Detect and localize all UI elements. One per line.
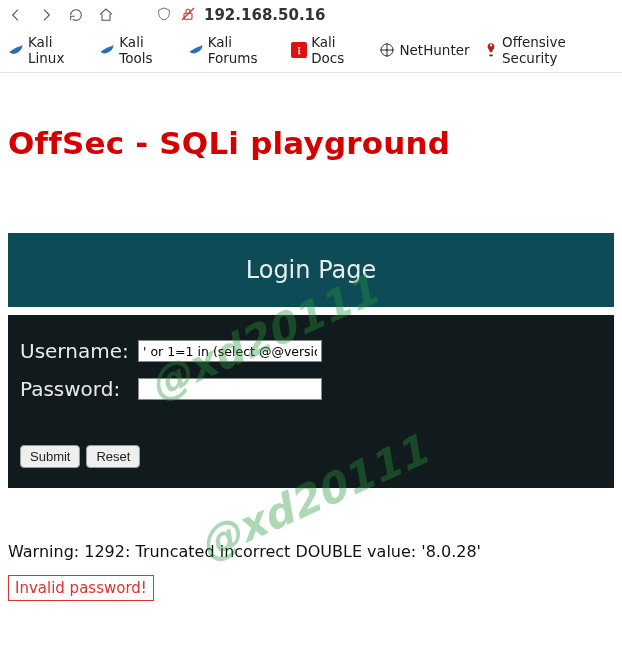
offsec-icon xyxy=(484,42,498,58)
insecure-lock-icon[interactable] xyxy=(180,6,196,25)
login-form: Username: Password: Submit Reset xyxy=(8,315,614,488)
login-header-text: Login Page xyxy=(246,256,376,284)
svg-rect-7 xyxy=(489,55,492,57)
username-row: Username: xyxy=(20,339,602,363)
invalid-password-box: Invalid password! xyxy=(8,575,154,601)
forward-icon[interactable] xyxy=(38,7,54,23)
login-header: Login Page xyxy=(8,233,614,307)
bookmark-kali-forums[interactable]: Kali Forums xyxy=(188,34,277,66)
svg-line-1 xyxy=(182,8,194,20)
sql-warning-text: Warning: 1292: Truncated incorrect DOUBL… xyxy=(8,542,614,561)
bookmark-offensive-security[interactable]: Offensive Security xyxy=(484,34,614,66)
nav-button-group xyxy=(8,7,114,23)
reload-icon[interactable] xyxy=(68,7,84,23)
bookmark-kali-linux[interactable]: Kali Linux xyxy=(8,34,85,66)
url-bar[interactable]: 192.168.50.16 xyxy=(156,6,325,25)
url-text[interactable]: 192.168.50.16 xyxy=(204,6,325,24)
password-row: Password: xyxy=(20,377,602,401)
bookmarks-bar: Kali Linux Kali Tools Kali Forums ⋮ Kali… xyxy=(0,30,622,73)
password-label: Password: xyxy=(20,377,130,401)
kali-dragon-icon xyxy=(188,42,204,58)
kali-dragon-icon xyxy=(99,42,115,58)
username-label: Username: xyxy=(20,339,130,363)
reset-button[interactable]: Reset xyxy=(86,445,140,468)
bookmark-label: Kali Tools xyxy=(119,34,173,66)
bookmark-kali-docs[interactable]: ⋮ Kali Docs xyxy=(291,34,365,66)
nethunter-icon xyxy=(379,42,395,58)
bookmark-label: Kali Forums xyxy=(208,34,277,66)
kali-dragon-icon xyxy=(8,42,24,58)
bookmark-label: Offensive Security xyxy=(502,34,614,66)
bookmark-label: Kali Docs xyxy=(311,34,365,66)
button-row: Submit Reset xyxy=(20,445,602,468)
back-icon[interactable] xyxy=(8,7,24,23)
page-title: OffSec - SQLi playground xyxy=(8,125,614,161)
bookmark-kali-tools[interactable]: Kali Tools xyxy=(99,34,173,66)
password-input[interactable] xyxy=(138,378,322,400)
bookmark-nethunter[interactable]: NetHunter xyxy=(379,42,469,58)
browser-toolbar: 192.168.50.16 xyxy=(0,0,622,30)
page-content: OffSec - SQLi playground Login Page User… xyxy=(0,73,622,601)
shield-icon[interactable] xyxy=(156,6,172,25)
kali-docs-icon: ⋮ xyxy=(291,42,307,58)
home-icon[interactable] xyxy=(98,7,114,23)
svg-point-6 xyxy=(490,44,492,46)
username-input[interactable] xyxy=(138,340,322,362)
bookmark-label: Kali Linux xyxy=(28,34,85,66)
bookmark-label: NetHunter xyxy=(399,42,469,58)
submit-button[interactable]: Submit xyxy=(20,445,80,468)
